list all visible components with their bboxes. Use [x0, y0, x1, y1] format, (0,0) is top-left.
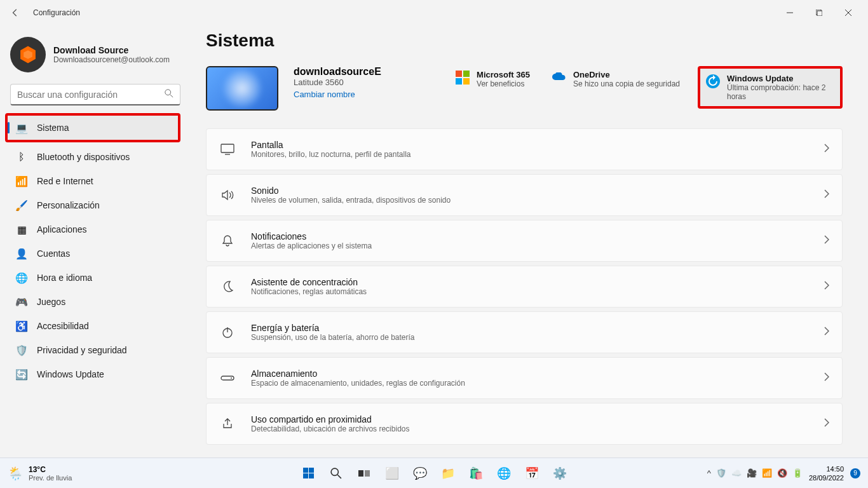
sidebar-item-bluetooth-y-dispositivos[interactable]: ᛒBluetooth y dispositivos — [8, 145, 183, 169]
security-tray-icon[interactable]: 🛡️ — [716, 468, 726, 478]
titlebar: Configuración — [0, 0, 868, 25]
nav-icon: ♿ — [15, 320, 28, 332]
onedrive-tray-icon[interactable]: ☁️ — [731, 468, 742, 478]
edge-button[interactable]: 🌐 — [491, 461, 517, 486]
nav-label: Hora e idioma — [37, 273, 92, 283]
nav-icon: ᛒ — [15, 151, 28, 163]
search-button[interactable] — [323, 461, 349, 486]
chevron-right-icon — [824, 144, 829, 155]
monitor-icon — [219, 141, 236, 158]
sidebar-item-sistema[interactable]: 💻Sistema — [8, 116, 178, 140]
setting-row-sonido[interactable]: Sonido Niveles de volumen, salida, entra… — [206, 174, 843, 216]
chevron-right-icon — [824, 372, 829, 384]
device-model: Latitude 3560 — [294, 78, 381, 87]
setting-desc: Niveles de volumen, salida, entrada, dis… — [251, 196, 824, 205]
clock[interactable]: 14:50 28/09/2022 — [809, 464, 844, 482]
wu-title: Windows Update — [727, 74, 835, 83]
onedrive-title: OneDrive — [573, 70, 680, 79]
setting-row-notificaciones[interactable]: Notificaciones Alertas de aplicaciones y… — [206, 220, 843, 262]
nav-icon: ▦ — [15, 223, 28, 236]
setting-desc: Alertas de aplicaciones y el sistema — [251, 241, 824, 250]
setting-desc: Detectabilidad, ubicación de archivos re… — [251, 424, 824, 433]
nav-icon: 🔄 — [15, 368, 28, 381]
svg-rect-10 — [221, 144, 234, 152]
microsoft-365-card[interactable]: Microsoft 365 Ver beneficios — [451, 66, 534, 109]
nav-label: Sistema — [37, 123, 69, 133]
nav-icon: 🛡️ — [15, 344, 28, 356]
system-tray[interactable]: ^ 🛡️ ☁️ 🎥 📶 🔇 🔋 — [707, 468, 803, 478]
file-explorer-button[interactable]: 📁 — [435, 461, 461, 486]
nav-icon: 🎮 — [15, 295, 28, 308]
setting-row-uso-compartido-en-proximidad[interactable]: Uso compartido en proximidad Detectabili… — [206, 403, 843, 445]
sidebar: Download Source Downloadsourcenet@outloo… — [0, 25, 191, 458]
start-button[interactable] — [295, 461, 321, 486]
svg-point-16 — [331, 468, 338, 475]
maximize-button[interactable] — [804, 3, 834, 23]
close-button[interactable] — [834, 3, 863, 23]
power-icon — [219, 324, 236, 341]
setting-row-pantalla[interactable]: Pantalla Monitores, brillo, luz nocturna… — [206, 128, 843, 170]
sidebar-item-windows-update[interactable]: 🔄Windows Update — [8, 362, 183, 386]
nav-label: Windows Update — [37, 369, 104, 379]
setting-row-almacenamiento[interactable]: Almacenamiento Espacio de almacenamiento… — [206, 357, 843, 399]
sidebar-item-red-e-internet[interactable]: 📶Red e Internet — [8, 169, 183, 193]
weather-temp: 13°C — [29, 465, 72, 474]
main-content: Sistema downloadsourceE Latitude 3560 Ca… — [191, 25, 868, 458]
chat-button[interactable]: 💬 — [407, 461, 433, 486]
sidebar-item-privacidad-y-seguridad[interactable]: 🛡️Privacidad y seguridad — [8, 338, 183, 362]
rename-link[interactable]: Cambiar nombre — [294, 90, 355, 99]
svg-point-7 — [165, 89, 171, 95]
meet-tray-icon[interactable]: 🎥 — [747, 468, 757, 478]
svg-line-17 — [337, 475, 341, 478]
volume-tray-icon[interactable]: 🔇 — [777, 468, 787, 478]
store-button[interactable]: 🛍️ — [463, 461, 489, 486]
weather-icon: 🌦️ — [8, 466, 24, 481]
nav-icon: 🖌️ — [15, 199, 28, 212]
search-box[interactable] — [10, 84, 180, 105]
chevron-up-icon[interactable]: ^ — [707, 468, 711, 478]
nav-label: Juegos — [37, 297, 65, 307]
sidebar-item-personalización[interactable]: 🖌️Personalización — [8, 193, 183, 217]
search-input[interactable] — [17, 90, 165, 100]
wifi-tray-icon[interactable]: 📶 — [762, 468, 772, 478]
setting-title: Energía y batería — [251, 323, 824, 333]
windows-update-card[interactable]: Windows Update Última comprobación: hace… — [698, 66, 843, 109]
calendar-button[interactable]: 📅 — [519, 461, 545, 486]
nav-label: Privacidad y seguridad — [37, 345, 127, 355]
share-icon — [219, 416, 236, 432]
user-name: Download Source — [53, 45, 170, 55]
sidebar-item-aplicaciones[interactable]: ▦Aplicaciones — [8, 217, 183, 241]
chevron-right-icon — [824, 327, 829, 338]
sidebar-item-cuentas[interactable]: 👤Cuentas — [8, 241, 183, 266]
setting-title: Uso compartido en proximidad — [251, 414, 824, 424]
sidebar-item-hora-e-idioma[interactable]: 🌐Hora e idioma — [8, 266, 183, 290]
weather-cond: Prev. de lluvia — [29, 474, 72, 482]
page-title: Sistema — [206, 30, 843, 51]
setting-row-energía-y-batería[interactable]: Energía y batería Suspensión, uso de la … — [206, 311, 843, 353]
minimize-button[interactable] — [775, 3, 804, 23]
setting-row-asistente-de-concentración[interactable]: Asistente de concentración Notificacione… — [206, 266, 843, 308]
nav-label: Personalización — [37, 200, 100, 210]
storage-icon — [219, 370, 236, 386]
setting-title: Pantalla — [251, 140, 824, 150]
user-email: Downloadsourcenet@outlook.com — [53, 55, 170, 64]
back-button[interactable] — [5, 3, 25, 23]
widgets-button[interactable]: ⬜ — [379, 461, 405, 486]
notification-badge[interactable]: 9 — [850, 468, 860, 478]
onedrive-card[interactable]: OneDrive Se hizo una copia de seguridad — [548, 66, 684, 109]
settings-button[interactable]: ⚙️ — [547, 461, 573, 486]
setting-title: Asistente de concentración — [251, 277, 824, 287]
battery-tray-icon[interactable]: 🔋 — [792, 468, 803, 478]
sidebar-item-accesibilidad[interactable]: ♿Accesibilidad — [8, 314, 183, 338]
chevron-right-icon — [824, 281, 829, 292]
svg-rect-18 — [358, 470, 363, 477]
clock-time: 14:50 — [809, 464, 844, 473]
user-account[interactable]: Download Source Downloadsourcenet@outloo… — [5, 30, 186, 84]
setting-desc: Suspensión, uso de la batería, ahorro de… — [251, 333, 824, 342]
moon-icon — [219, 278, 236, 295]
task-view-button[interactable] — [351, 461, 377, 486]
weather-widget[interactable]: 🌦️ 13°C Prev. de lluvia — [8, 465, 72, 482]
sidebar-item-juegos[interactable]: 🎮Juegos — [8, 290, 183, 314]
nav-label: Red e Internet — [37, 176, 93, 186]
svg-line-8 — [170, 94, 173, 97]
